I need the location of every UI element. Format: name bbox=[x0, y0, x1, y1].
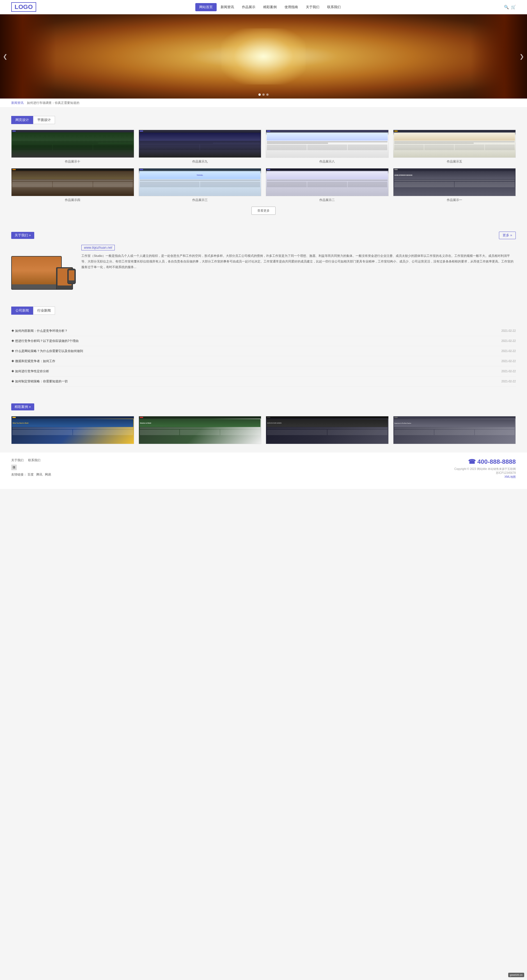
cart-icon[interactable]: 🛒 bbox=[511, 5, 516, 9]
footer-link-contact[interactable]: 联系我们 bbox=[28, 458, 40, 462]
hero-light-center bbox=[221, 29, 306, 84]
portfolio-section: 网页设计 平面设计 作品展示十 bbox=[0, 108, 527, 223]
header-icons: 🔍 🛒 bbox=[504, 5, 516, 9]
case-thumb-3: SAFE IN OUR HANDS bbox=[266, 416, 389, 444]
portfolio-item-1[interactable]: HOME INTERIOR DESIGNS 作品展示一 bbox=[393, 168, 516, 202]
news-header: 公司新闻 行业新闻 bbox=[11, 307, 516, 320]
portfolio-grid-row1: 作品展示十 作品展示九 作品展示 bbox=[11, 130, 516, 164]
footer-friendly-baidu[interactable]: 百度 bbox=[27, 473, 34, 476]
view-more-button[interactable]: 查看更多 bbox=[251, 207, 276, 215]
case-item-3[interactable]: SAFE IN OUR HANDS bbox=[266, 416, 389, 444]
hero-prev-button[interactable]: ❮ bbox=[3, 53, 8, 60]
news-item-4-left: ◈ 微观和宏观竞争者：如何工作 bbox=[11, 359, 55, 363]
about-section: 关于我们 » 更多 » www.tiqozhuan.net 工作室（Studio… bbox=[0, 223, 527, 298]
main-nav: 网站首页 新闻资讯 作品展示 精彩案例 使用指南 关于我们 联系我们 bbox=[195, 3, 344, 11]
portfolio-thumb-9 bbox=[139, 130, 262, 158]
tab-company-news[interactable]: 公司新闻 bbox=[11, 307, 33, 315]
logo[interactable]: LOGO bbox=[11, 2, 36, 12]
footer-phone: ☎ 400-888-8888 bbox=[454, 458, 516, 465]
footer-friendly: 友情链接： 百度 腾讯 网易 bbox=[11, 473, 51, 477]
footer-friendly-label: 友情链接： bbox=[11, 473, 27, 476]
portfolio-label-10: 作品展示十 bbox=[11, 159, 134, 164]
portfolio-item-4[interactable]: 作品展示四 bbox=[11, 168, 134, 202]
about-text: 工作室（Studio）一般是指由几个人或一个人建立的组织，是一处创意生产和工作的… bbox=[81, 253, 516, 270]
case-thumb-4: Experience Is The Best Teacher bbox=[393, 416, 516, 444]
hero-dot-2[interactable] bbox=[262, 94, 265, 96]
news-item-3-left: ◈ 什么是网站策略？为什么你需要它以及你如何做到 bbox=[11, 349, 83, 353]
portfolio-item-10[interactable]: 作品展示十 bbox=[11, 130, 134, 164]
breadcrumb: 新闻资讯 如何进行市场调查：你真正需要知道的 bbox=[0, 99, 527, 108]
news-date-6: 2021-02-22 bbox=[502, 380, 516, 383]
news-title-4[interactable]: ◈ 微观和宏观竞争者：如何工作 bbox=[11, 359, 55, 363]
portfolio-item-2[interactable]: 作品展示二 bbox=[266, 168, 389, 202]
news-title-2[interactable]: ◈ 想进行竞争分析吗？以下是你应该做的7个理由 bbox=[11, 339, 79, 343]
breadcrumb-home[interactable]: 新闻资讯 bbox=[11, 101, 24, 104]
nav-guide[interactable]: 使用指南 bbox=[281, 3, 302, 11]
about-devices bbox=[11, 245, 73, 290]
news-date-3: 2021-02-22 bbox=[502, 350, 516, 353]
footer-icp: 苏ICP12345678 bbox=[454, 471, 516, 475]
device-phone-screen bbox=[69, 270, 75, 280]
hero-banner: ❮ ❯ bbox=[0, 14, 527, 99]
portfolio-thumb-2 bbox=[266, 168, 389, 196]
news-title-5[interactable]: ◈ 如何进行竞争性定价分析 bbox=[11, 369, 49, 373]
portfolio-label-8: 作品展示八 bbox=[266, 159, 389, 164]
footer-friendly-tencent[interactable]: 腾讯 bbox=[36, 473, 42, 476]
about-more-button[interactable]: 更多 » bbox=[499, 232, 516, 239]
portfolio-item-3[interactable]: TRAVEL 作品展示三 bbox=[139, 168, 262, 202]
nav-home[interactable]: 网站首页 bbox=[195, 3, 217, 11]
portfolio-label-5: 作品展示五 bbox=[393, 159, 516, 164]
search-icon[interactable]: 🔍 bbox=[504, 5, 509, 9]
news-item-6: ◈ 如何制定营销策略：你需要知道的一切 2021-02-22 bbox=[11, 377, 516, 387]
hero-next-button[interactable]: ❯ bbox=[519, 53, 524, 60]
news-title-6[interactable]: ◈ 如何制定营销策略：你需要知道的一切 bbox=[11, 379, 68, 383]
device-laptop-screen bbox=[12, 256, 61, 284]
portfolio-item-8[interactable]: 作品展示八 bbox=[266, 130, 389, 164]
portfolio-label-3: 作品展示三 bbox=[139, 198, 262, 202]
cases-header: 精彩案例 » bbox=[11, 403, 516, 410]
news-item-6-left: ◈ 如何制定营销策略：你需要知道的一切 bbox=[11, 379, 68, 383]
news-item-1-left: ◈ 如何内部新闻：什么是竞争环境分析？ bbox=[11, 329, 68, 333]
case-item-4[interactable]: Experience Is The Best Teacher bbox=[393, 416, 516, 444]
footer-sitemap[interactable]: XML地图 bbox=[454, 475, 516, 479]
hero-trees-right bbox=[471, 14, 527, 99]
phone-number: 400-888-8888 bbox=[477, 458, 516, 465]
nav-contact[interactable]: 联系我们 bbox=[323, 3, 344, 11]
tab-graphic-design[interactable]: 平面设计 bbox=[33, 116, 55, 124]
portfolio-item-9[interactable]: 作品展示九 bbox=[139, 130, 262, 164]
nav-news[interactable]: 新闻资讯 bbox=[217, 3, 238, 11]
hero-dot-3[interactable] bbox=[266, 94, 268, 96]
portfolio-thumb-1: HOME INTERIOR DESIGNS bbox=[393, 168, 516, 196]
news-title-3[interactable]: ◈ 什么是网站策略？为什么你需要它以及你如何做到 bbox=[11, 349, 83, 353]
footer-copyright: Copyright © 2023 网站title 本站销售来源于互联网 bbox=[454, 467, 516, 471]
tab-industry-news[interactable]: 行业新闻 bbox=[33, 307, 55, 315]
case-item-2[interactable]: Solution to Build bbox=[139, 416, 262, 444]
about-text-area: www.tiqozhuan.net 工作室（Studio）一般是指由几个人或一个… bbox=[81, 245, 516, 270]
about-content: www.tiqozhuan.net 工作室（Studio）一般是指由几个人或一个… bbox=[11, 245, 516, 290]
portfolio-item-5[interactable]: 作品展示五 bbox=[393, 130, 516, 164]
footer-right: ☎ 400-888-8888 Copyright © 2023 网站title … bbox=[454, 458, 516, 479]
portfolio-thumb-8 bbox=[266, 130, 389, 158]
cases-tag[interactable]: 精彩案例 » bbox=[11, 403, 34, 410]
hero-dot-1[interactable] bbox=[259, 94, 261, 96]
news-item-3: ◈ 什么是网站策略？为什么你需要它以及你如何做到 2021-02-22 bbox=[11, 346, 516, 356]
news-title-1[interactable]: ◈ 如何内部新闻：什么是竞争环境分析？ bbox=[11, 329, 68, 333]
footer: 关于我们 联系我们 微 友情链接： 百度 腾讯 网易 ☎ 400-888-888… bbox=[0, 452, 527, 489]
footer-link-about[interactable]: 关于我们 bbox=[11, 458, 24, 462]
case-item-1[interactable]: What You Need to Build bbox=[11, 416, 134, 444]
footer-friendly-wangyi[interactable]: 网易 bbox=[45, 473, 51, 476]
about-tag[interactable]: 关于我们 » bbox=[11, 232, 34, 239]
tab-web-design[interactable]: 网页设计 bbox=[11, 116, 33, 124]
nav-cases[interactable]: 精彩案例 bbox=[259, 3, 281, 11]
news-item-2-left: ◈ 想进行竞争分析吗？以下是你应该做的7个理由 bbox=[11, 339, 79, 343]
news-list: ◈ 如何内部新闻：什么是竞争环境分析？ 2021-02-22 ◈ 想进行竞争分析… bbox=[11, 326, 516, 387]
device-laptop bbox=[11, 256, 62, 290]
news-item-2: ◈ 想进行竞争分析吗？以下是你应该做的7个理由 2021-02-22 bbox=[11, 336, 516, 346]
view-more: 查看更多 bbox=[11, 207, 516, 215]
nav-about[interactable]: 关于我们 bbox=[302, 3, 323, 11]
breadcrumb-current: 如何进行市场调查：你真正需要知道的 bbox=[27, 101, 79, 104]
portfolio-label-9: 作品展示九 bbox=[139, 159, 262, 164]
portfolio-label-2: 作品展示二 bbox=[266, 198, 389, 202]
nav-portfolio[interactable]: 作品展示 bbox=[238, 3, 259, 11]
social-icon-weibo[interactable]: 微 bbox=[11, 465, 17, 470]
